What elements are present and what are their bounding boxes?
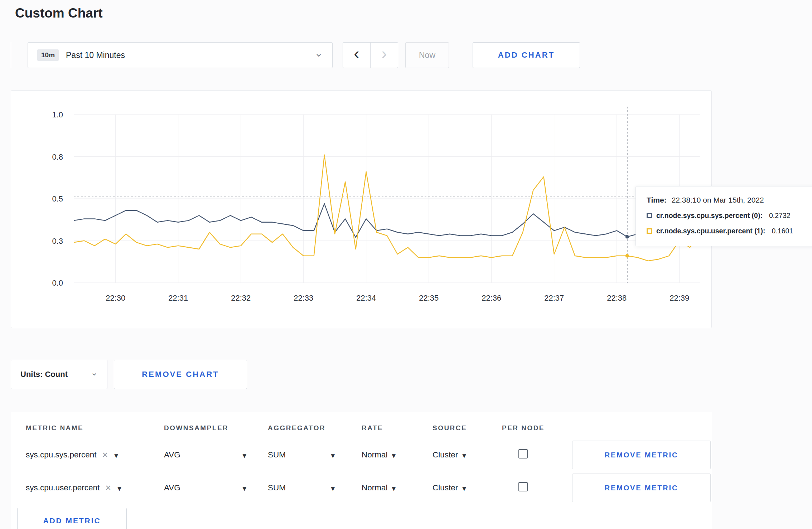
svg-text:22:30: 22:30 [106,293,125,302]
time-range-label: Past 10 Minutes [66,50,125,60]
svg-text:0.5: 0.5 [52,194,63,203]
caret-down-icon: ▾ [331,485,335,492]
aggregator-value: SUM [268,483,286,492]
metric-name-value: sys.cpu.user.percent [26,483,100,492]
metric-name-value: sys.cpu.sys.percent [26,450,97,460]
remove-metric-x-icon[interactable]: × [102,450,108,460]
remove-chart-button[interactable]: REMOVE CHART [114,360,247,389]
rate-select[interactable]: Normal ▾ [362,450,432,460]
svg-text:22:37: 22:37 [544,293,564,302]
downsampler-select[interactable]: AVG ▾ [164,450,246,460]
source-value: Cluster [432,450,458,460]
svg-text:22:33: 22:33 [294,293,313,302]
now-button[interactable]: Now [405,42,449,68]
time-range-dropdown[interactable]: 10m Past 10 Minutes ⌄ [28,42,333,68]
metrics-table: METRIC NAME DOWNSAMPLER AGGREGATOR RATE … [11,412,712,529]
add-chart-button[interactable]: ADD CHART [473,42,580,68]
table-row: sys.cpu.sys.percent × ▾ AVG ▾ SUM ▾ Norm… [11,438,712,471]
rate-select[interactable]: Normal ▾ [362,483,432,492]
svg-text:22:38: 22:38 [607,293,627,302]
caret-down-icon: ▾ [392,485,396,492]
per-node-checkbox[interactable] [518,449,528,458]
chevron-down-icon: ⌄ [315,47,323,59]
header-source: SOURCE [432,424,502,432]
tooltip-time-value: 22:38:10 on Mar 15th, 2022 [672,196,764,204]
tooltip-time: Time:22:38:10 on Mar 15th, 2022 [647,196,812,204]
table-row: sys.cpu.user.percent × ▾ AVG ▾ SUM ▾ Nor… [11,471,712,504]
source-select[interactable]: Cluster ▾ [432,483,502,492]
caret-down-icon: ▾ [117,485,121,492]
metric-name-select[interactable]: sys.cpu.user.percent × ▾ [26,483,164,493]
metric-name-select[interactable]: sys.cpu.sys.percent × ▾ [26,450,164,460]
tooltip-time-label: Time: [647,196,667,204]
svg-text:22:32: 22:32 [231,293,251,302]
chart-tooltip: Time:22:38:10 on Mar 15th, 2022 cr.node.… [635,186,812,246]
caret-down-icon: ▾ [242,485,246,492]
source-value: Cluster [432,483,458,492]
metrics-table-header: METRIC NAME DOWNSAMPLER AGGREGATOR RATE … [11,418,712,438]
header-rate: RATE [362,424,432,432]
svg-text:22:31: 22:31 [168,293,188,302]
per-node-checkbox[interactable] [518,482,528,491]
series-sys-swatch-icon [647,213,652,218]
rate-value: Normal [362,483,388,492]
time-pager: ‹ › [343,42,398,68]
custom-chart-page: Custom Chart 10m Past 10 Minutes ⌄ ‹ › N… [0,6,812,529]
next-range-button[interactable]: › [370,42,398,68]
svg-text:0.0: 0.0 [52,278,63,287]
svg-text:22:36: 22:36 [482,293,501,302]
tooltip-series-name: cr.node.sys.cpu.sys.percent (0): [656,212,763,220]
caret-down-icon: ▾ [331,452,335,459]
tooltip-series-value: 0.2732 [769,212,791,220]
remove-metric-x-icon[interactable]: × [105,483,111,493]
tooltip-series-name: cr.node.sys.cpu.user.percent (1): [656,227,765,235]
chart-section: 0.00.30.50.81.022:3022:3122:3222:3322:34… [11,90,712,328]
downsampler-value: AVG [164,483,180,492]
page-title: Custom Chart [15,6,812,21]
rate-value: Normal [362,450,388,460]
header-downsampler: DOWNSAMPLER [164,424,268,432]
aggregator-select[interactable]: SUM ▾ [268,483,335,492]
tooltip-row: cr.node.sys.cpu.sys.percent (0): 0.2732 [647,212,812,220]
remove-metric-button[interactable]: REMOVE METRIC [572,474,711,502]
svg-text:22:35: 22:35 [419,293,439,302]
svg-text:22:39: 22:39 [670,293,689,302]
svg-text:22:34: 22:34 [356,293,376,302]
time-series-chart[interactable]: 0.00.30.50.81.022:3022:3122:3222:3322:34… [11,90,712,328]
tooltip-row: cr.node.sys.cpu.user.percent (1): 0.1601 [647,227,812,235]
chart-controls: Units: Count ⌄ REMOVE CHART [11,360,812,389]
aggregator-select[interactable]: SUM ▾ [268,450,335,460]
chart-canvas[interactable]: 0.00.30.50.81.022:3022:3122:3222:3322:34… [11,91,711,328]
chevron-left-icon: ‹ [354,45,359,62]
header-aggregator: AGGREGATOR [268,424,362,432]
chevron-down-icon: ⌄ [91,368,98,378]
header-per-node: PER NODE [502,424,572,432]
units-label: Units: Count [20,370,68,379]
units-dropdown[interactable]: Units: Count ⌄ [11,360,107,389]
downsampler-select[interactable]: AVG ▾ [164,483,246,492]
svg-text:0.8: 0.8 [52,152,63,161]
caret-down-icon: ▾ [462,452,466,459]
caret-down-icon: ▾ [392,452,396,459]
source-select[interactable]: Cluster ▾ [432,450,502,460]
svg-text:1.0: 1.0 [52,110,63,119]
caret-down-icon: ▾ [462,485,466,492]
series-user-swatch-icon [647,228,652,234]
chevron-right-icon: › [381,45,387,62]
remove-metric-button[interactable]: REMOVE METRIC [572,441,711,469]
toolbar: 10m Past 10 Minutes ⌄ ‹ › Now ADD CHART [11,42,812,68]
tooltip-series-value: 0.1601 [772,227,793,235]
caret-down-icon: ▾ [114,452,118,459]
toolbar-divider [11,42,11,68]
caret-down-icon: ▾ [242,452,246,459]
add-metric-button[interactable]: ADD METRIC [17,508,127,529]
aggregator-value: SUM [268,450,286,460]
time-range-badge: 10m [37,49,59,61]
header-metric-name: METRIC NAME [26,424,164,432]
prev-range-button[interactable]: ‹ [343,42,371,68]
svg-text:0.3: 0.3 [52,237,63,246]
downsampler-value: AVG [164,450,180,460]
